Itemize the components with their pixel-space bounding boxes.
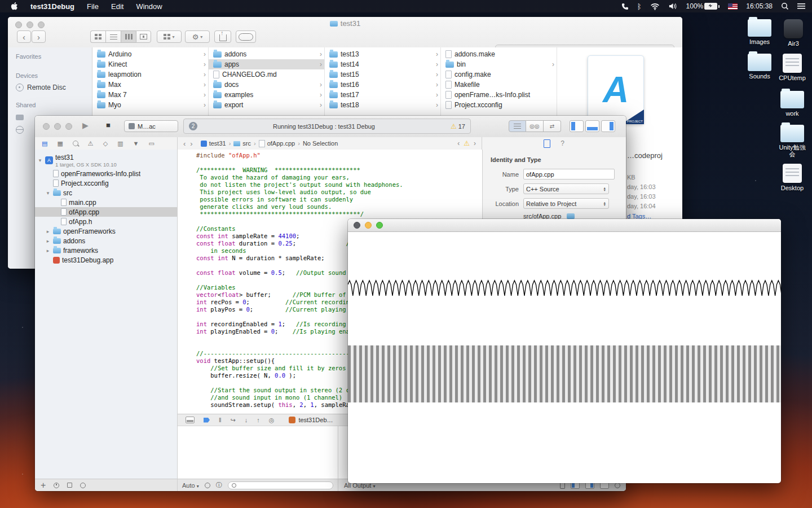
hide-debug-area-button[interactable] [186, 417, 195, 423]
tags-button[interactable] [236, 30, 256, 43]
step-over-button[interactable]: ↪ [231, 417, 236, 424]
step-out-button[interactable]: ↑ [257, 417, 260, 423]
menu-file[interactable]: File [87, 2, 99, 11]
reveal-folder-icon[interactable] [567, 213, 575, 219]
location-icon[interactable] [205, 483, 210, 488]
close-button[interactable] [43, 123, 50, 130]
finder-item[interactable]: addons› [209, 49, 324, 59]
unsaved-files-icon[interactable] [67, 483, 72, 488]
navigator-item[interactable]: ofApp.cpp [35, 207, 177, 217]
finder-item[interactable]: Project.xcconfig [441, 100, 557, 110]
battery-indicator[interactable]: 100% [686, 2, 720, 10]
finder-item[interactable]: Kinect› [92, 59, 208, 69]
finder-item[interactable]: Myo› [92, 100, 208, 110]
breadcrumb-item[interactable]: ofApp.cpp [259, 140, 295, 147]
finder-item[interactable]: CHANGELOG.md [209, 69, 324, 80]
navigator-item[interactable]: openFrameworks-Info.plist [35, 169, 177, 178]
finder-item[interactable]: apps› [209, 59, 324, 69]
breakpoint-navigator-icon[interactable]: ▼ [133, 140, 139, 147]
finder-item[interactable]: Arduino› [92, 49, 208, 59]
navigator-item[interactable]: test31Debug.app [35, 255, 177, 265]
desktop-icon[interactable]: Desktop [776, 164, 809, 191]
finder-item[interactable]: leapmotion› [92, 69, 208, 80]
add-button[interactable]: + [41, 480, 46, 491]
file-inspector-icon[interactable] [544, 139, 550, 148]
icon-view-button[interactable] [90, 30, 105, 43]
breadcrumb-item[interactable]: No Selection [303, 140, 338, 147]
stop-button[interactable]: ■ [106, 121, 111, 129]
next-issue-button[interactable]: › [474, 139, 476, 147]
variables-filter-field[interactable] [228, 481, 333, 489]
breakpoints-toggle-icon[interactable] [204, 418, 210, 423]
desktop-icon[interactable]: Unity勉強会 [776, 125, 809, 157]
recent-files-icon[interactable] [54, 483, 59, 488]
pause-button[interactable]: ‖ [219, 417, 222, 423]
log-navigator-icon[interactable]: ▭ [148, 140, 154, 147]
toggle-debug-area-button[interactable] [585, 120, 599, 132]
menu-window[interactable]: Window [136, 2, 162, 11]
column-view-button[interactable] [121, 30, 136, 43]
wifi-icon[interactable] [650, 3, 660, 10]
find-navigator-icon[interactable] [73, 141, 78, 146]
variables-view[interactable] [178, 426, 338, 479]
finder-item[interactable]: docs› [209, 80, 324, 90]
breadcrumb-item[interactable]: test31 [201, 140, 226, 147]
navigator-item[interactable]: ▾src [35, 188, 177, 198]
debug-options-icon[interactable] [615, 483, 620, 488]
disclosure-right-icon[interactable]: ▸ [45, 238, 51, 244]
spotlight-icon[interactable] [781, 2, 789, 10]
disclosure-down-icon[interactable]: ▾ [45, 190, 51, 196]
coverflow-view-button[interactable] [136, 30, 151, 43]
volume-icon[interactable] [668, 3, 678, 10]
location-dropdown[interactable]: Relative to Project▲▼ [523, 198, 609, 209]
finder-item[interactable]: test16› [325, 80, 440, 90]
navigator-item[interactable]: ofApp.h [35, 217, 177, 226]
input-language-flag-icon[interactable] [728, 3, 738, 10]
close-button[interactable] [354, 222, 360, 229]
desktop-icon[interactable]: Sounds [743, 54, 776, 80]
prev-issue-button[interactable]: ‹ [457, 139, 460, 147]
simulate-location-button[interactable]: ◎ [269, 417, 275, 424]
navigator-item[interactable]: main.cpp [35, 198, 177, 207]
zoom-button[interactable] [65, 123, 72, 130]
test-navigator-icon[interactable]: ◇ [103, 140, 108, 147]
finder-item[interactable]: test13› [325, 49, 440, 59]
info-icon[interactable]: ⓘ [216, 481, 222, 489]
symbol-navigator-icon[interactable]: ▦ [57, 140, 63, 147]
finder-item[interactable]: Makefile [441, 80, 557, 90]
step-into-button[interactable]: ↓ [245, 417, 248, 423]
finder-item[interactable]: test17› [325, 90, 440, 100]
forward-button[interactable]: › [32, 30, 46, 43]
menu-edit[interactable]: Edit [111, 2, 123, 11]
minimize-button[interactable] [365, 222, 372, 229]
quick-help-icon[interactable]: ? [561, 139, 564, 147]
breadcrumb-item[interactable]: src [233, 140, 251, 147]
finder-item[interactable]: bin› [441, 59, 557, 69]
desktop-icon[interactable]: CPUtemp [776, 54, 809, 81]
finder-item[interactable]: examples› [209, 90, 324, 100]
clear-console-icon[interactable] [560, 483, 565, 489]
desktop-icon[interactable]: Images [743, 19, 776, 45]
share-button[interactable] [214, 30, 231, 43]
phone-icon[interactable] [621, 3, 629, 10]
navigator-item[interactable]: ▸openFrameworks [35, 226, 177, 236]
issue-navigator-icon[interactable]: ⚠ [88, 140, 94, 147]
disclosure-right-icon[interactable]: ▸ [45, 229, 51, 234]
desktop-icon[interactable]: Air3 [777, 19, 810, 47]
navigator-item[interactable]: ▸addons [35, 236, 177, 246]
finder-item[interactable]: export› [209, 100, 324, 110]
arrange-menu-button[interactable]: ▾ [157, 30, 182, 43]
back-history-button[interactable]: ‹ [183, 139, 186, 148]
warning-count[interactable]: ⚠ 17 [451, 122, 465, 130]
assistant-editor-button[interactable]: ◎◎ [526, 120, 544, 132]
finder-item[interactable]: test14› [325, 59, 440, 69]
disclosure-right-icon[interactable]: ▸ [45, 248, 51, 253]
active-app-menu[interactable]: test31Debug [30, 2, 74, 11]
navigator-item[interactable]: Project.xcconfig [35, 178, 177, 188]
finder-item[interactable]: test15› [325, 69, 440, 80]
scheme-selector[interactable]: M…ac [124, 120, 178, 132]
finder-item[interactable]: Max› [92, 80, 208, 90]
sidebar-item-remote-disc[interactable]: Remote Disc [8, 81, 92, 94]
notification-center-icon[interactable] [797, 3, 805, 10]
action-menu-button[interactable]: ⚙▾ [185, 30, 210, 43]
